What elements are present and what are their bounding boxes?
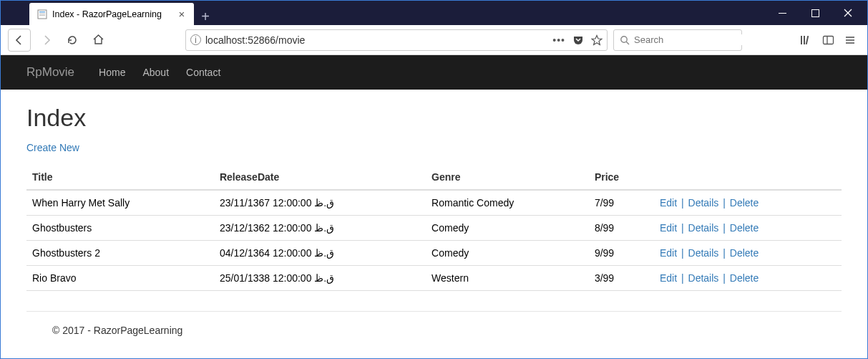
page-footer: © 2017 - RazorPageLearning: [26, 311, 842, 349]
cell-genre: Western: [426, 266, 589, 291]
cell-price: 3/99: [589, 266, 654, 291]
page-content: Index Create New Title ReleaseDate Genre…: [1, 90, 867, 359]
svg-rect-5: [811, 9, 819, 16]
close-tab-icon[interactable]: ×: [175, 8, 188, 20]
page-actions-icon[interactable]: •••: [552, 34, 565, 46]
svg-rect-13: [824, 36, 834, 44]
minimize-button[interactable]: [766, 1, 799, 24]
app-navbar: RpMovie Home About Contact: [1, 55, 867, 90]
window-titlebar: Index - RazorPageLearning × +: [1, 1, 867, 25]
url-text: localhost:52866/movie: [205, 34, 548, 46]
edit-link[interactable]: Edit: [660, 222, 677, 234]
home-button[interactable]: [88, 30, 108, 50]
details-link[interactable]: Details: [688, 247, 719, 259]
svg-rect-2: [39, 14, 45, 14]
create-new-link[interactable]: Create New: [26, 142, 79, 153]
page-viewport: RpMovie Home About Contact Index Create …: [1, 55, 867, 359]
cell-genre: Romantic Comedy: [426, 190, 589, 216]
svg-rect-3: [39, 15, 45, 16]
table-row: When Harry Met Sally23/11/1367 12:00:00 …: [26, 190, 842, 216]
th-price: Price: [589, 165, 654, 190]
svg-rect-11: [804, 36, 805, 44]
bookmark-star-icon[interactable]: [591, 34, 603, 46]
site-info-icon[interactable]: i: [190, 34, 201, 45]
svg-line-9: [626, 42, 629, 44]
cell-release: 23/12/1362 12:00:00 ق.ظ: [214, 216, 426, 241]
cell-price: 8/99: [589, 216, 654, 241]
forward-button[interactable]: [36, 30, 57, 50]
th-release: ReleaseDate: [214, 165, 426, 190]
details-link[interactable]: Details: [688, 272, 719, 284]
cell-title: Rio Bravo: [26, 266, 214, 291]
cell-genre: Comedy: [426, 216, 589, 241]
close-window-button[interactable]: [832, 1, 864, 24]
details-link[interactable]: Details: [688, 222, 719, 234]
hamburger-menu-icon[interactable]: [844, 34, 856, 46]
cell-title: Ghostbusters: [26, 216, 214, 241]
th-genre: Genre: [426, 165, 589, 190]
delete-link[interactable]: Delete: [730, 247, 759, 259]
back-button[interactable]: [8, 29, 31, 52]
nav-link-about[interactable]: About: [142, 67, 169, 78]
browser-tab-active[interactable]: Index - RazorPageLearning ×: [29, 3, 194, 25]
nav-link-home[interactable]: Home: [99, 67, 125, 78]
cell-actions: Edit | Details | Delete: [654, 241, 842, 266]
tab-strip: Index - RazorPageLearning × +: [1, 1, 217, 25]
table-header-row: Title ReleaseDate Genre Price: [26, 165, 842, 190]
svg-point-8: [621, 36, 627, 42]
edit-link[interactable]: Edit: [660, 197, 677, 209]
navbar-brand[interactable]: RpMovie: [26, 65, 74, 80]
maximize-button[interactable]: [799, 1, 832, 24]
delete-link[interactable]: Delete: [730, 197, 759, 209]
cell-actions: Edit | Details | Delete: [654, 216, 842, 241]
browser-toolbar: i localhost:52866/movie •••: [1, 25, 867, 55]
cell-title: Ghostbusters 2: [26, 241, 214, 266]
cell-actions: Edit | Details | Delete: [654, 190, 842, 216]
pocket-icon[interactable]: [572, 34, 584, 46]
browser-search-bar[interactable]: [613, 29, 742, 51]
cell-release: 25/01/1338 12:00:00 ق.ظ: [214, 266, 426, 291]
delete-link[interactable]: Delete: [730, 272, 759, 284]
table-row: Ghostbusters23/12/1362 12:00:00 ق.ظComed…: [26, 216, 842, 241]
svg-rect-12: [806, 35, 809, 44]
tab-title: Index - RazorPageLearning: [52, 9, 171, 19]
cell-release: 04/12/1364 12:00:00 ق.ظ: [214, 241, 426, 266]
browser-search-input[interactable]: [634, 34, 754, 45]
svg-rect-1: [39, 11, 45, 13]
th-title: Title: [26, 165, 214, 190]
cell-actions: Edit | Details | Delete: [654, 266, 842, 291]
table-row: Ghostbusters 204/12/1364 12:00:00 ق.ظCom…: [26, 241, 842, 266]
svg-rect-4: [779, 13, 786, 14]
page-favicon: [36, 9, 48, 20]
cell-price: 9/99: [589, 241, 654, 266]
search-icon: [620, 35, 630, 45]
th-actions: [654, 165, 842, 190]
cell-title: When Harry Met Sally: [26, 190, 214, 216]
nav-link-contact[interactable]: Contact: [186, 67, 220, 78]
page-title: Index: [26, 104, 842, 132]
reload-button[interactable]: [62, 30, 82, 50]
new-tab-button[interactable]: +: [194, 9, 217, 25]
sidebar-icon[interactable]: [822, 34, 834, 46]
library-icon[interactable]: [800, 34, 812, 46]
svg-rect-10: [801, 36, 802, 44]
cell-price: 7/99: [589, 190, 654, 216]
table-row: Rio Bravo25/01/1338 12:00:00 ق.ظWestern3…: [26, 266, 842, 291]
url-bar[interactable]: i localhost:52866/movie •••: [185, 29, 608, 51]
details-link[interactable]: Details: [688, 197, 719, 209]
window-controls: [766, 1, 867, 25]
edit-link[interactable]: Edit: [660, 272, 677, 284]
movies-table: Title ReleaseDate Genre Price When Harry…: [26, 165, 842, 291]
edit-link[interactable]: Edit: [660, 247, 677, 259]
cell-release: 23/11/1367 12:00:00 ق.ظ: [214, 190, 426, 216]
cell-genre: Comedy: [426, 241, 589, 266]
delete-link[interactable]: Delete: [730, 222, 759, 234]
